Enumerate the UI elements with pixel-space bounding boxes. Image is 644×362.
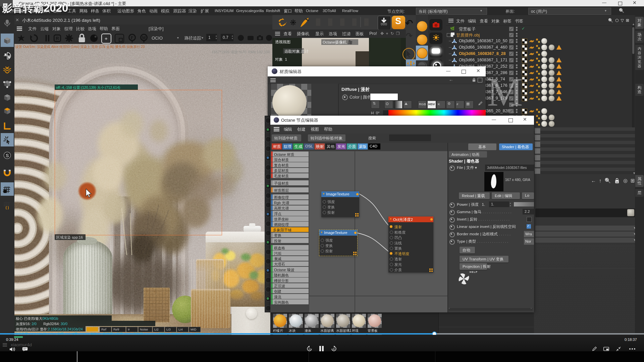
svg-text:S: S [6,153,9,158]
svg-text:R: R [56,36,59,41]
svg-text:F: F [131,35,133,40]
svg-text:M: M [142,35,146,40]
svg-text:10: 10 [308,348,311,350]
svg-text:30: 30 [333,348,335,350]
svg-text:( ): ( ) [6,206,9,209]
